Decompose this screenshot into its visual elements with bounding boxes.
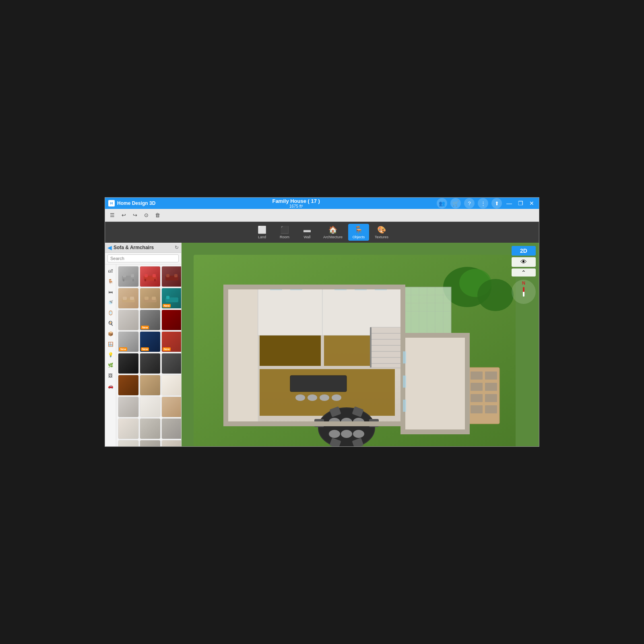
item-cell[interactable] xyxy=(140,353,161,374)
item-cell[interactable] xyxy=(161,440,181,446)
project-name: Family House ( 17 ) xyxy=(155,198,437,204)
svg-point-56 xyxy=(318,408,375,446)
svg-point-54 xyxy=(320,394,329,401)
back-btn[interactable]: ◀ xyxy=(107,244,112,251)
textures-icon: 🎨 xyxy=(377,225,386,234)
redo-btn[interactable]: ↪ xyxy=(130,211,140,220)
svg-rect-7 xyxy=(153,274,156,277)
tab-wall[interactable]: ▬ Wall xyxy=(297,224,318,241)
tab-textures[interactable]: 🎨 Textures xyxy=(371,224,392,241)
tab-room[interactable]: ⬛ Room xyxy=(274,224,295,241)
project-size: 1675 ft² xyxy=(155,204,437,208)
target-btn[interactable]: ⊙ xyxy=(141,211,151,220)
item-cell[interactable] xyxy=(118,266,139,287)
svg-rect-31 xyxy=(226,287,258,424)
view-2d-btn[interactable]: 2D xyxy=(512,246,536,256)
svg-point-55 xyxy=(332,394,341,401)
item-cell[interactable] xyxy=(161,418,181,439)
menu-btn[interactable]: ☰ xyxy=(107,211,117,220)
refresh-btn[interactable]: ↻ xyxy=(175,245,179,250)
item-cell[interactable] xyxy=(161,375,181,396)
cat-icon-4[interactable]: 🚿 xyxy=(106,297,116,307)
item-cell[interactable] xyxy=(140,266,161,287)
cat-icon-10[interactable]: 🌿 xyxy=(106,360,116,370)
svg-rect-1 xyxy=(123,274,126,277)
cat-icon-11[interactable]: 🖼 xyxy=(106,371,116,380)
help-icon-btn[interactable]: ? xyxy=(464,198,475,208)
app-icon: H xyxy=(108,200,115,206)
svg-point-52 xyxy=(295,394,305,401)
cat-icon-2[interactable]: 🪑 xyxy=(106,277,116,286)
item-cell[interactable] xyxy=(140,418,161,439)
cat-icon-6[interactable]: 🍳 xyxy=(106,318,116,328)
title-bar: H Home Design 3D Family House ( 17 ) 167… xyxy=(105,198,539,209)
svg-rect-79 xyxy=(485,383,497,391)
cat-icon-9[interactable]: 💡 xyxy=(106,350,116,359)
new-badge: New xyxy=(119,347,127,351)
cat-icon-3[interactable]: 🛏 xyxy=(106,287,116,297)
nav-up-btn[interactable]: ⌃ xyxy=(512,268,536,277)
svg-rect-32 xyxy=(258,287,322,335)
upload-icon-btn[interactable]: ⬆ xyxy=(491,198,502,208)
svg-rect-11 xyxy=(166,274,169,277)
svg-rect-15 xyxy=(130,297,134,300)
undo-btn[interactable]: ↩ xyxy=(119,211,128,220)
svg-marker-27 xyxy=(258,335,322,367)
item-cell[interactable] xyxy=(140,375,161,396)
wall-icon: ▬ xyxy=(303,226,311,234)
search-area xyxy=(105,253,181,264)
cat-icon-12[interactable]: 🚗 xyxy=(106,381,116,391)
compass-north: N xyxy=(522,281,525,285)
item-cell[interactable]: New xyxy=(140,331,161,352)
more-icon-btn[interactable]: ⋮ xyxy=(478,198,488,208)
item-cell[interactable] xyxy=(140,440,161,446)
category-label: Sofa & Armchairs xyxy=(114,245,173,250)
item-cell[interactable] xyxy=(118,375,139,396)
svg-rect-90 xyxy=(403,335,467,432)
cat-icon-1[interactable]: 🛋 xyxy=(106,266,116,276)
eye-btn[interactable]: 👁 xyxy=(512,257,536,267)
users-icon-btn[interactable]: 👥 xyxy=(437,198,447,208)
item-cell[interactable]: New xyxy=(161,288,181,309)
architecture-label: Architecture xyxy=(323,235,343,239)
cat-icon-7[interactable]: 📦 xyxy=(106,329,116,339)
svg-rect-18 xyxy=(152,297,156,300)
item-cell[interactable] xyxy=(118,396,139,417)
cat-icon-5[interactable]: 🪞 xyxy=(106,308,116,318)
item-cell[interactable]: New xyxy=(118,331,139,352)
svg-rect-12 xyxy=(174,274,178,277)
search-input[interactable] xyxy=(107,254,179,262)
app-title: Home Design 3D xyxy=(117,200,155,206)
sidebar-grid-area: 🛋 🪑 🛏 🚿 🪞 🍳 📦 🪟 💡 🌿 🖼 🚗 xyxy=(105,264,181,446)
item-cell[interactable] xyxy=(161,266,181,287)
item-cell[interactable] xyxy=(118,310,139,330)
item-cell[interactable] xyxy=(118,440,139,446)
item-cell[interactable] xyxy=(140,288,161,309)
floorplan-svg xyxy=(194,251,516,446)
cat-icon-8[interactable]: 🪟 xyxy=(106,339,116,349)
tab-land[interactable]: ⬜ Land xyxy=(252,224,272,241)
svg-rect-51 xyxy=(290,376,347,392)
cart-icon-btn[interactable]: 🛒 xyxy=(450,198,461,208)
tool-tabs-bar: ⬜ Land ⬛ Room ▬ Wall 🏠 Architecture 🪑 Ob… xyxy=(105,222,539,243)
svg-rect-8 xyxy=(144,279,146,281)
svg-rect-78 xyxy=(471,383,483,391)
item-cell[interactable] xyxy=(161,353,181,374)
viewport[interactable]: 2D 👁 ⌃ N xyxy=(182,243,539,446)
item-cell[interactable] xyxy=(140,396,161,417)
tab-architecture[interactable]: 🏠 Architecture xyxy=(319,224,347,241)
item-cell[interactable] xyxy=(118,353,139,374)
item-cell[interactable] xyxy=(161,396,181,417)
minimize-btn[interactable]: — xyxy=(505,200,513,206)
tab-objects[interactable]: 🪑 Objects xyxy=(348,224,369,241)
delete-btn[interactable]: 🗑 xyxy=(153,211,162,220)
item-cell[interactable] xyxy=(161,310,181,330)
item-cell[interactable]: New xyxy=(161,331,181,352)
title-bar-left: H Home Design 3D xyxy=(108,200,155,206)
svg-point-62 xyxy=(353,430,364,438)
item-cell[interactable] xyxy=(118,418,139,439)
item-cell[interactable]: New xyxy=(140,310,161,330)
close-btn[interactable]: ✕ xyxy=(528,200,536,206)
maximize-btn[interactable]: ❐ xyxy=(516,200,524,206)
item-cell[interactable] xyxy=(118,288,139,309)
